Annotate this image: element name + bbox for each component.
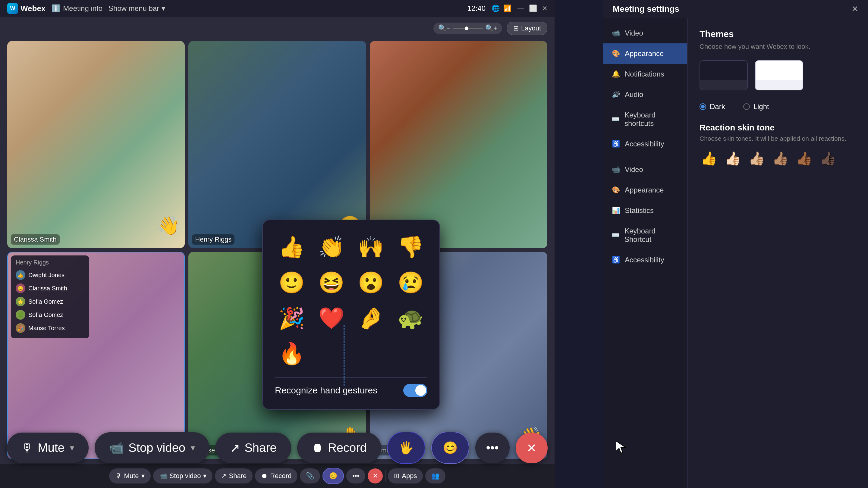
small-apps-label: Apps xyxy=(402,472,417,480)
emoji-pinch[interactable]: 🤌 xyxy=(354,303,388,333)
dark-label: Dark xyxy=(710,102,725,111)
nav-label-video2: Video xyxy=(625,165,643,174)
nav-label-statistics: Statistics xyxy=(625,206,654,215)
big-stop-video-btn[interactable]: 📹 Stop video ▾ xyxy=(95,432,210,463)
video2-nav-icon: 📹 xyxy=(612,166,620,173)
nav-item-accessibility2[interactable]: ♿ Accessibility xyxy=(603,250,687,270)
nav-item-accessibility[interactable]: ♿ Accessibility xyxy=(603,134,687,154)
skin-tone-medium[interactable]: 👍🏽 xyxy=(771,150,790,167)
emoji-surprised[interactable]: 😮 xyxy=(354,268,388,297)
minimize-btn[interactable]: — xyxy=(518,4,524,12)
settings-close-btn[interactable]: ✕ xyxy=(851,4,858,14)
big-gesture-btn[interactable]: 🖐 xyxy=(387,432,425,464)
emoji-thumbsdown[interactable]: 👎 xyxy=(394,232,428,262)
nav-label-accessibility: Accessibility xyxy=(625,140,664,148)
layout-btn[interactable]: ⊞ Layout xyxy=(507,22,547,35)
webex-icon: W xyxy=(7,3,18,14)
emoji-icon: 😊 xyxy=(329,472,337,480)
light-radio-circle[interactable] xyxy=(743,103,750,110)
meeting-info-btn[interactable]: ℹ️ Meeting info xyxy=(52,4,102,13)
nav-item-appearance2[interactable]: 🎨 Appearance xyxy=(603,180,687,200)
zoom-out-icon[interactable]: 🔍− xyxy=(438,24,450,32)
small-record-btn[interactable]: ⏺ Record xyxy=(255,468,298,484)
small-mute-label: Mute xyxy=(124,472,139,480)
nav-item-appearance[interactable]: 🎨 Appearance xyxy=(603,43,687,64)
big-emoji-btn[interactable]: 😊 xyxy=(431,432,469,464)
big-record-btn[interactable]: ⏺ Record xyxy=(297,432,381,463)
layout-icon: ⊞ xyxy=(513,24,519,32)
gesture-icon: 🖐 xyxy=(399,441,414,455)
avatar-dwight: 👍 xyxy=(16,270,25,280)
nav-item-video[interactable]: 📹 Video xyxy=(603,23,687,43)
maximize-btn[interactable]: ⬜ xyxy=(529,4,537,12)
settings-content: Themes Choose how you want Webex to look… xyxy=(687,18,868,488)
emoji-grid: 👍 👏 🙌 👎 🙂 😆 😮 😢 🎉 ❤️ 🤌 🐢 🔥 xyxy=(275,232,427,368)
small-more-btn[interactable]: ••• xyxy=(346,468,365,484)
theme-card-dark[interactable] xyxy=(700,60,748,90)
big-mute-btn[interactable]: 🎙 Mute ▾ xyxy=(7,432,89,463)
meeting-time: 12:40 xyxy=(467,4,486,13)
theme-card-light[interactable] xyxy=(755,60,803,90)
skin-tone-title: Reaction skin tone xyxy=(700,123,856,133)
emoji-clap[interactable]: 👏 xyxy=(315,232,348,262)
nav-label-keyboard-shortcuts: Keyboard shortcuts xyxy=(624,111,679,128)
small-participants-btn[interactable]: 👥 xyxy=(425,468,445,484)
nav-label-keyboard-shortcut: Keyboard Shortcut xyxy=(624,227,679,244)
big-share-btn[interactable]: ↗ Share xyxy=(216,432,291,463)
small-stop-video-btn[interactable]: 📹 Stop video ▾ xyxy=(153,468,213,484)
network-icon: 🌐 xyxy=(492,4,500,12)
small-clip-btn[interactable]: 📎 xyxy=(300,468,320,484)
skin-tone-medium-light[interactable]: 👍🏼 xyxy=(747,150,766,167)
recognize-toggle[interactable] xyxy=(403,384,427,397)
emoji-cry[interactable]: 😢 xyxy=(394,268,428,297)
big-more-btn[interactable]: ••• xyxy=(475,432,510,463)
small-mute-btn[interactable]: 🎙 Mute ▾ xyxy=(109,468,151,484)
emoji-party[interactable]: 🎉 xyxy=(275,303,309,333)
nav-item-keyboard-shortcuts[interactable]: ⌨️ Keyboard shortcuts xyxy=(603,105,687,134)
emoji-laugh[interactable]: 😆 xyxy=(315,268,348,297)
nav-item-audio[interactable]: 🔊 Audio xyxy=(603,84,687,105)
avatar-marise: 🎉 xyxy=(16,323,25,333)
show-menu-btn[interactable]: Show menu bar ▾ xyxy=(108,4,165,13)
nav-label-video: Video xyxy=(625,29,643,37)
small-emoji-btn[interactable]: 😊 xyxy=(322,468,344,484)
emoji-fire[interactable]: 🔥 xyxy=(275,339,309,368)
big-mic-icon: 🎙 xyxy=(22,441,33,455)
avatar-sofia1: 🌟 xyxy=(16,297,25,306)
window-controls: — ⬜ ✕ xyxy=(518,4,547,12)
status-icons: 🌐 📶 xyxy=(492,4,512,12)
big-stop-video-label: Stop video xyxy=(128,441,185,455)
skin-tone-light[interactable]: 👍🏻 xyxy=(723,150,742,167)
nav-item-statistics[interactable]: 📊 Statistics xyxy=(603,200,687,221)
small-apps-btn[interactable]: ⊞ Apps xyxy=(388,468,423,484)
themes-subtitle: Choose how you want Webex to look. xyxy=(700,43,856,51)
small-end-btn[interactable]: ✕ xyxy=(368,468,383,484)
close-btn[interactable]: ✕ xyxy=(542,4,547,12)
nav-item-notifications[interactable]: 🔔 Notifications xyxy=(603,64,687,84)
dark-radio-circle[interactable] xyxy=(700,103,706,110)
skin-tone-default[interactable]: 👍 xyxy=(700,150,718,167)
zoom-controls[interactable]: 🔍− 🔍+ xyxy=(433,23,502,34)
skin-tone-dark[interactable]: 👍🏿 xyxy=(818,150,838,167)
zoom-in-icon[interactable]: 🔍+ xyxy=(485,24,497,32)
nav-item-video2[interactable]: 📹 Video xyxy=(603,159,687,180)
settings-panel: Meeting settings ✕ 📹 Video 🎨 Appearance … xyxy=(603,0,868,488)
recognize-hand-gestures-label: Recognize hand gestures xyxy=(275,385,377,395)
skin-tone-medium-dark[interactable]: 👍🏾 xyxy=(795,150,814,167)
participant-item-dj: 👍 Dwight Jones xyxy=(16,268,84,282)
dark-radio-label[interactable]: Dark xyxy=(700,102,725,111)
settings-nav: 📹 Video 🎨 Appearance 🔔 Notifications 🔊 A… xyxy=(603,18,687,488)
video-icon: 📹 xyxy=(159,472,167,480)
small-share-label: Share xyxy=(229,472,247,480)
emoji-heart[interactable]: ❤️ xyxy=(315,303,348,333)
nav-item-keyboard-shortcut[interactable]: ⌨️ Keyboard Shortcut xyxy=(603,221,687,250)
zoom-slider[interactable] xyxy=(453,28,483,29)
small-share-btn[interactable]: ↗ Share xyxy=(215,468,253,484)
light-radio-label[interactable]: Light xyxy=(743,102,769,111)
emoji-thumbsup[interactable]: 👍 xyxy=(275,232,309,262)
participant-item-mt: 🎉 Marise Torres xyxy=(16,321,84,335)
emoji-raise-hands[interactable]: 🙌 xyxy=(354,232,388,262)
big-end-btn[interactable]: ✕ xyxy=(516,432,548,463)
emoji-smile[interactable]: 🙂 xyxy=(275,268,309,297)
emoji-turtle[interactable]: 🐢 xyxy=(394,303,428,333)
